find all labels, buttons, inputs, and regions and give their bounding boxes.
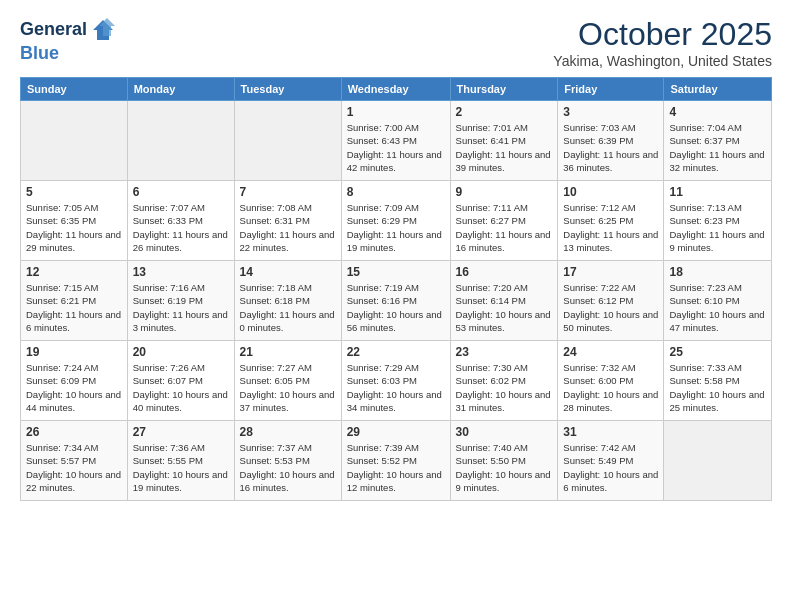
day-info: Sunrise: 7:05 AMSunset: 6:35 PMDaylight:…	[26, 201, 122, 254]
day-number: 30	[456, 425, 553, 439]
calendar-cell: 24Sunrise: 7:32 AMSunset: 6:00 PMDayligh…	[558, 341, 664, 421]
day-number: 8	[347, 185, 445, 199]
day-number: 25	[669, 345, 766, 359]
day-info: Sunrise: 7:26 AMSunset: 6:07 PMDaylight:…	[133, 361, 229, 414]
calendar-cell: 29Sunrise: 7:39 AMSunset: 5:52 PMDayligh…	[341, 421, 450, 501]
day-number: 21	[240, 345, 336, 359]
calendar-week-3: 12Sunrise: 7:15 AMSunset: 6:21 PMDayligh…	[21, 261, 772, 341]
day-info: Sunrise: 7:00 AMSunset: 6:43 PMDaylight:…	[347, 121, 445, 174]
calendar-cell: 21Sunrise: 7:27 AMSunset: 6:05 PMDayligh…	[234, 341, 341, 421]
calendar-cell: 16Sunrise: 7:20 AMSunset: 6:14 PMDayligh…	[450, 261, 558, 341]
day-number: 3	[563, 105, 658, 119]
calendar-cell: 18Sunrise: 7:23 AMSunset: 6:10 PMDayligh…	[664, 261, 772, 341]
month-title: October 2025	[553, 16, 772, 53]
day-info: Sunrise: 7:42 AMSunset: 5:49 PMDaylight:…	[563, 441, 658, 494]
day-number: 22	[347, 345, 445, 359]
calendar-cell: 28Sunrise: 7:37 AMSunset: 5:53 PMDayligh…	[234, 421, 341, 501]
day-number: 16	[456, 265, 553, 279]
day-info: Sunrise: 7:30 AMSunset: 6:02 PMDaylight:…	[456, 361, 553, 414]
calendar-cell: 12Sunrise: 7:15 AMSunset: 6:21 PMDayligh…	[21, 261, 128, 341]
day-number: 24	[563, 345, 658, 359]
day-number: 12	[26, 265, 122, 279]
calendar-cell: 5Sunrise: 7:05 AMSunset: 6:35 PMDaylight…	[21, 181, 128, 261]
day-number: 6	[133, 185, 229, 199]
day-header-friday: Friday	[558, 78, 664, 101]
calendar-cell: 9Sunrise: 7:11 AMSunset: 6:27 PMDaylight…	[450, 181, 558, 261]
day-header-sunday: Sunday	[21, 78, 128, 101]
calendar-cell: 22Sunrise: 7:29 AMSunset: 6:03 PMDayligh…	[341, 341, 450, 421]
day-info: Sunrise: 7:13 AMSunset: 6:23 PMDaylight:…	[669, 201, 766, 254]
logo-text-blue: Blue	[20, 43, 59, 63]
title-block: October 2025 Yakima, Washington, United …	[553, 16, 772, 69]
day-info: Sunrise: 7:07 AMSunset: 6:33 PMDaylight:…	[133, 201, 229, 254]
logo-icon	[89, 16, 117, 44]
day-info: Sunrise: 7:32 AMSunset: 6:00 PMDaylight:…	[563, 361, 658, 414]
day-info: Sunrise: 7:23 AMSunset: 6:10 PMDaylight:…	[669, 281, 766, 334]
calendar-cell: 23Sunrise: 7:30 AMSunset: 6:02 PMDayligh…	[450, 341, 558, 421]
calendar-cell	[234, 101, 341, 181]
day-info: Sunrise: 7:33 AMSunset: 5:58 PMDaylight:…	[669, 361, 766, 414]
day-number: 26	[26, 425, 122, 439]
calendar-cell: 13Sunrise: 7:16 AMSunset: 6:19 PMDayligh…	[127, 261, 234, 341]
day-info: Sunrise: 7:03 AMSunset: 6:39 PMDaylight:…	[563, 121, 658, 174]
day-header-wednesday: Wednesday	[341, 78, 450, 101]
calendar-cell: 15Sunrise: 7:19 AMSunset: 6:16 PMDayligh…	[341, 261, 450, 341]
calendar-cell: 30Sunrise: 7:40 AMSunset: 5:50 PMDayligh…	[450, 421, 558, 501]
logo-text: General	[20, 20, 87, 40]
day-info: Sunrise: 7:16 AMSunset: 6:19 PMDaylight:…	[133, 281, 229, 334]
day-info: Sunrise: 7:04 AMSunset: 6:37 PMDaylight:…	[669, 121, 766, 174]
calendar-cell: 3Sunrise: 7:03 AMSunset: 6:39 PMDaylight…	[558, 101, 664, 181]
day-number: 14	[240, 265, 336, 279]
day-number: 29	[347, 425, 445, 439]
calendar-week-4: 19Sunrise: 7:24 AMSunset: 6:09 PMDayligh…	[21, 341, 772, 421]
day-number: 10	[563, 185, 658, 199]
location-subtitle: Yakima, Washington, United States	[553, 53, 772, 69]
day-number: 20	[133, 345, 229, 359]
day-number: 23	[456, 345, 553, 359]
day-info: Sunrise: 7:09 AMSunset: 6:29 PMDaylight:…	[347, 201, 445, 254]
day-info: Sunrise: 7:40 AMSunset: 5:50 PMDaylight:…	[456, 441, 553, 494]
day-header-saturday: Saturday	[664, 78, 772, 101]
day-info: Sunrise: 7:20 AMSunset: 6:14 PMDaylight:…	[456, 281, 553, 334]
calendar-cell: 11Sunrise: 7:13 AMSunset: 6:23 PMDayligh…	[664, 181, 772, 261]
calendar-cell: 8Sunrise: 7:09 AMSunset: 6:29 PMDaylight…	[341, 181, 450, 261]
page-container: General Blue October 2025 Yakima, Washin…	[0, 0, 792, 511]
day-info: Sunrise: 7:24 AMSunset: 6:09 PMDaylight:…	[26, 361, 122, 414]
day-number: 11	[669, 185, 766, 199]
calendar-header-row: SundayMondayTuesdayWednesdayThursdayFrid…	[21, 78, 772, 101]
calendar-cell: 1Sunrise: 7:00 AMSunset: 6:43 PMDaylight…	[341, 101, 450, 181]
day-header-tuesday: Tuesday	[234, 78, 341, 101]
calendar-cell: 14Sunrise: 7:18 AMSunset: 6:18 PMDayligh…	[234, 261, 341, 341]
day-info: Sunrise: 7:36 AMSunset: 5:55 PMDaylight:…	[133, 441, 229, 494]
day-number: 4	[669, 105, 766, 119]
calendar-cell: 25Sunrise: 7:33 AMSunset: 5:58 PMDayligh…	[664, 341, 772, 421]
calendar-cell: 7Sunrise: 7:08 AMSunset: 6:31 PMDaylight…	[234, 181, 341, 261]
day-info: Sunrise: 7:22 AMSunset: 6:12 PMDaylight:…	[563, 281, 658, 334]
day-info: Sunrise: 7:19 AMSunset: 6:16 PMDaylight:…	[347, 281, 445, 334]
calendar-table: SundayMondayTuesdayWednesdayThursdayFrid…	[20, 77, 772, 501]
day-number: 19	[26, 345, 122, 359]
calendar-week-5: 26Sunrise: 7:34 AMSunset: 5:57 PMDayligh…	[21, 421, 772, 501]
day-info: Sunrise: 7:37 AMSunset: 5:53 PMDaylight:…	[240, 441, 336, 494]
logo: General Blue	[20, 16, 117, 64]
day-number: 13	[133, 265, 229, 279]
day-number: 27	[133, 425, 229, 439]
day-number: 5	[26, 185, 122, 199]
day-info: Sunrise: 7:18 AMSunset: 6:18 PMDaylight:…	[240, 281, 336, 334]
day-info: Sunrise: 7:29 AMSunset: 6:03 PMDaylight:…	[347, 361, 445, 414]
day-header-monday: Monday	[127, 78, 234, 101]
calendar-week-2: 5Sunrise: 7:05 AMSunset: 6:35 PMDaylight…	[21, 181, 772, 261]
calendar-cell: 26Sunrise: 7:34 AMSunset: 5:57 PMDayligh…	[21, 421, 128, 501]
day-number: 31	[563, 425, 658, 439]
calendar-cell: 31Sunrise: 7:42 AMSunset: 5:49 PMDayligh…	[558, 421, 664, 501]
day-info: Sunrise: 7:39 AMSunset: 5:52 PMDaylight:…	[347, 441, 445, 494]
day-info: Sunrise: 7:01 AMSunset: 6:41 PMDaylight:…	[456, 121, 553, 174]
calendar-cell	[21, 101, 128, 181]
day-info: Sunrise: 7:08 AMSunset: 6:31 PMDaylight:…	[240, 201, 336, 254]
calendar-cell: 4Sunrise: 7:04 AMSunset: 6:37 PMDaylight…	[664, 101, 772, 181]
calendar-cell: 27Sunrise: 7:36 AMSunset: 5:55 PMDayligh…	[127, 421, 234, 501]
calendar-cell: 10Sunrise: 7:12 AMSunset: 6:25 PMDayligh…	[558, 181, 664, 261]
calendar-cell: 2Sunrise: 7:01 AMSunset: 6:41 PMDaylight…	[450, 101, 558, 181]
calendar-week-1: 1Sunrise: 7:00 AMSunset: 6:43 PMDaylight…	[21, 101, 772, 181]
day-number: 17	[563, 265, 658, 279]
